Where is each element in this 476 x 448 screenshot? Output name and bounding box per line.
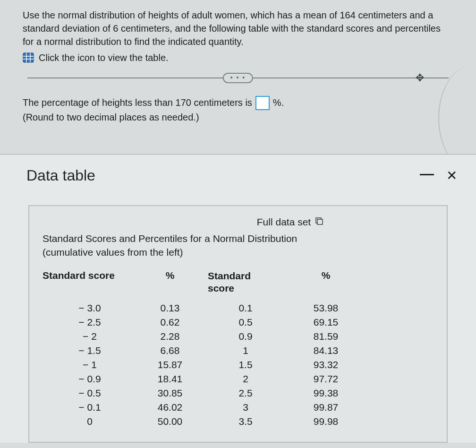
table-cell: 0.1 <box>203 301 288 315</box>
table-cell: 30.85 <box>137 386 203 400</box>
minimize-button[interactable]: — <box>420 170 434 181</box>
table-cell: − 0.1 <box>42 400 137 414</box>
move-icon[interactable]: ✥ <box>416 71 424 86</box>
table-cell: 2.5 <box>203 386 288 400</box>
question-text: Use the normal distribution of heights o… <box>23 9 453 48</box>
table-cell: − 1.5 <box>42 344 137 358</box>
table-caption: Standard Scores and Percentiles for a No… <box>42 232 434 259</box>
full-data-set-link[interactable]: Full data set <box>42 216 434 228</box>
table-cell: 84.13 <box>288 344 364 358</box>
data-table-modal: Data table — ✕ Full data set Standard Sc… <box>0 154 476 443</box>
table-cell: − 0.5 <box>42 386 137 400</box>
svg-rect-0 <box>23 53 34 62</box>
data-grid: Standard score % Standardscore % − 3.0 0… <box>42 268 434 429</box>
expand-button[interactable]: • • • <box>223 73 253 83</box>
table-cell: − 3.0 <box>42 301 137 315</box>
table-cell: − 1 <box>42 358 137 372</box>
table-cell: 15.87 <box>137 358 203 372</box>
answer-input[interactable] <box>255 96 270 110</box>
table-cell: 99.38 <box>288 386 364 400</box>
table-cell: 69.15 <box>288 315 364 329</box>
header-standard-score-2: Standardscore <box>203 268 288 302</box>
table-cell: − 2 <box>42 329 137 344</box>
table-icon <box>23 52 34 63</box>
modal-title: Data table <box>26 167 95 184</box>
table-cell: 0.13 <box>137 301 203 315</box>
divider: • • • ✥ <box>23 78 453 78</box>
table-cell: 6.68 <box>137 344 203 358</box>
answer-hint: (Round to two decimal places as needed.) <box>23 110 453 125</box>
table-cell: 99.98 <box>288 414 364 429</box>
table-cell: 2 <box>203 372 288 386</box>
answer-suffix: %. <box>273 95 284 110</box>
table-cell: 81.59 <box>288 329 364 344</box>
svg-rect-6 <box>317 219 323 224</box>
header-standard-score-1: Standard score <box>42 268 137 302</box>
view-table-link[interactable]: Click the icon to view the table. <box>39 51 169 64</box>
view-table-row[interactable]: Click the icon to view the table. <box>23 51 453 64</box>
close-button[interactable]: ✕ <box>446 168 457 183</box>
table-cell: 3 <box>203 400 288 414</box>
table-cell: 0 <box>42 414 137 429</box>
table-cell: − 0.9 <box>42 372 137 386</box>
table-cell: 97.72 <box>288 372 364 386</box>
question-area: Use the normal distribution of heights o… <box>0 0 476 92</box>
table-cell: − 2.5 <box>42 315 137 329</box>
table-cell: 93.32 <box>288 358 364 372</box>
table-cell: 53.98 <box>288 301 364 315</box>
answer-prefix: The percentage of heights less than 170 … <box>23 95 252 110</box>
table-cell: 1 <box>203 344 288 358</box>
copy-icon <box>314 217 323 227</box>
table-cell: 3.5 <box>203 414 288 429</box>
table-cell: 50.00 <box>137 414 203 429</box>
table-panel: Full data set Standard Scores and Percen… <box>28 205 448 443</box>
header-percent-2: % <box>288 268 364 302</box>
header-percent-1: % <box>137 268 203 302</box>
answer-area: The percentage of heights less than 170 … <box>0 92 476 132</box>
table-cell: 1.5 <box>203 358 288 372</box>
table-cell: 46.02 <box>137 400 203 414</box>
table-cell: 0.9 <box>203 329 288 344</box>
table-cell: 2.28 <box>137 329 203 344</box>
table-cell: 99.87 <box>288 400 364 414</box>
table-cell: 0.5 <box>203 315 288 329</box>
table-cell: 18.41 <box>137 372 203 386</box>
table-cell: 0.62 <box>137 315 203 329</box>
full-data-label: Full data set <box>257 216 311 228</box>
